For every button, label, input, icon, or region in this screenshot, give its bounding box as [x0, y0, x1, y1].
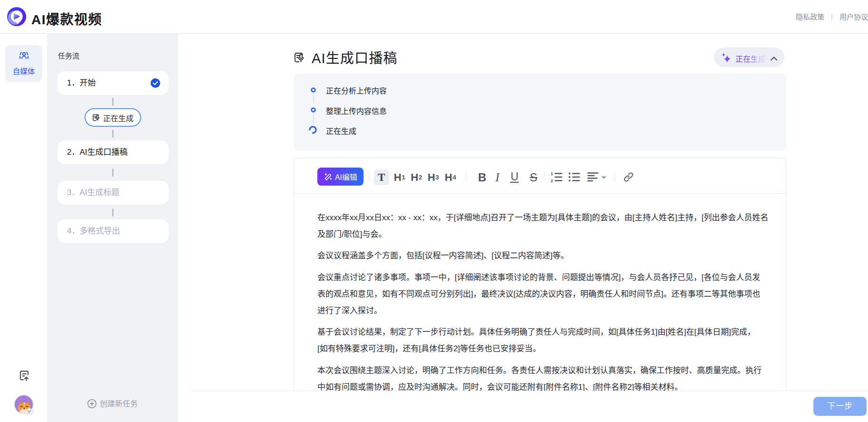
svg-text:2: 2 — [551, 178, 553, 183]
svg-text:1: 1 — [551, 171, 553, 176]
